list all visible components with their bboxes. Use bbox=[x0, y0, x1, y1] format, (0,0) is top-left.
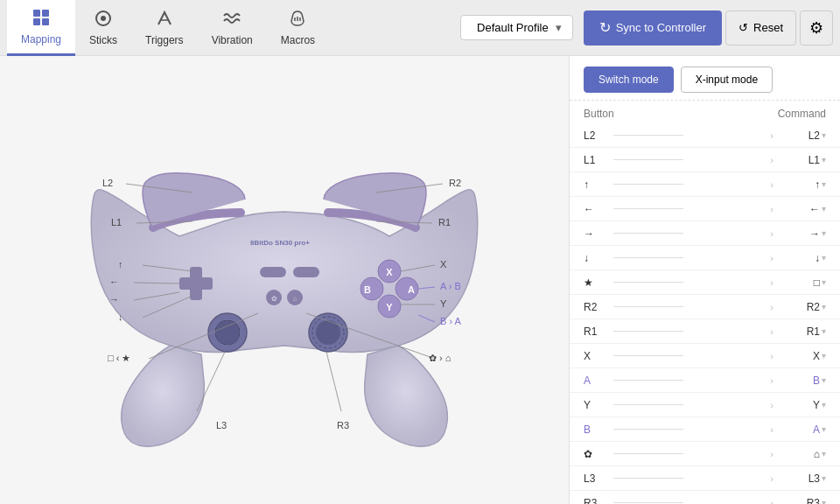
mapping-arrow bbox=[613, 380, 766, 381]
mapping-command[interactable]: L3 ▾ bbox=[774, 472, 826, 485]
svg-text:B › A: B › A bbox=[440, 316, 462, 326]
profile-dropdown[interactable]: Default Profile ▾ bbox=[460, 15, 573, 40]
svg-text:L1: L1 bbox=[111, 217, 122, 228]
tab-mapping[interactable]: Mapping bbox=[7, 0, 75, 56]
command-dropdown-arrow[interactable]: ▾ bbox=[822, 277, 826, 287]
mapping-button-label: L2 bbox=[584, 130, 610, 142]
mapping-row[interactable]: L3›L3 ▾ bbox=[570, 466, 840, 491]
mapping-row[interactable]: A›B ▾ bbox=[570, 368, 840, 393]
command-dropdown-arrow[interactable]: ▾ bbox=[822, 253, 826, 262]
mapping-row[interactable]: Y›Y ▾ bbox=[570, 393, 840, 417]
mapping-row[interactable]: R1›R1 ▾ bbox=[570, 319, 840, 344]
svg-rect-1 bbox=[42, 10, 49, 17]
mapping-row[interactable]: →›→ ▾ bbox=[570, 221, 840, 246]
mapping-command[interactable]: ← ▾ bbox=[774, 203, 826, 215]
tab-macros-label: Macros bbox=[281, 34, 315, 46]
command-dropdown-arrow[interactable]: ▾ bbox=[822, 302, 826, 312]
command-dropdown-arrow[interactable]: ▾ bbox=[822, 326, 826, 336]
command-text: L3 bbox=[808, 472, 820, 485]
svg-line-50 bbox=[326, 352, 341, 411]
settings-button[interactable]: ⚙ bbox=[800, 10, 833, 46]
mapping-button-label: ↑ bbox=[584, 178, 610, 191]
svg-text:✿: ✿ bbox=[271, 295, 277, 303]
mapping-button-label: Y bbox=[584, 399, 610, 411]
tab-macros[interactable]: Macros bbox=[267, 0, 329, 56]
mapping-button-label: → bbox=[584, 228, 610, 240]
command-dropdown-arrow[interactable]: ▾ bbox=[822, 473, 826, 483]
command-dropdown-arrow[interactable]: ▾ bbox=[822, 228, 826, 238]
mapping-command[interactable]: R3 ▾ bbox=[774, 497, 826, 505]
mapping-row[interactable]: ↑›↑ ▾ bbox=[570, 172, 840, 197]
mapping-arrow bbox=[613, 478, 766, 479]
profile-dropdown-arrow: ▾ bbox=[556, 21, 562, 34]
mapping-command[interactable]: □ ▾ bbox=[774, 276, 826, 289]
mapping-command[interactable]: R1 ▾ bbox=[774, 326, 826, 338]
svg-text:↓: ↓ bbox=[118, 312, 123, 322]
reset-button[interactable]: ↺ Reset bbox=[725, 10, 796, 46]
mapping-command[interactable]: → ▾ bbox=[774, 228, 826, 240]
command-text: R1 bbox=[807, 326, 820, 338]
mapping-row[interactable]: L2›L2 ▾ bbox=[570, 123, 840, 148]
mapping-command[interactable]: ↓ ▾ bbox=[774, 252, 826, 264]
mapping-command[interactable]: R2 ▾ bbox=[774, 301, 826, 313]
svg-text:X: X bbox=[386, 267, 393, 277]
mapping-command[interactable]: Y ▾ bbox=[774, 399, 826, 411]
svg-point-5 bbox=[101, 16, 106, 21]
command-dropdown-arrow[interactable]: ▾ bbox=[822, 204, 826, 214]
command-dropdown-arrow[interactable]: ▾ bbox=[822, 375, 826, 385]
tab-sticks[interactable]: Sticks bbox=[75, 0, 131, 56]
mapping-row[interactable]: X›X ▾ bbox=[570, 344, 840, 368]
mapping-row[interactable]: ✿›⌂ ▾ bbox=[570, 442, 840, 466]
command-text: L2 bbox=[808, 130, 820, 142]
toolbar: Mapping Sticks Triggers Vibration bbox=[0, 0, 840, 56]
mapping-command[interactable]: B ▾ bbox=[774, 374, 826, 387]
mapping-command[interactable]: L2 ▾ bbox=[774, 130, 826, 142]
main-content: X A B Y 8BitDo SN30 pro+ ✿ ⌂ bbox=[0, 56, 840, 504]
mode-buttons-container: Switch mode X-input mode bbox=[570, 56, 840, 101]
command-text: ↓ bbox=[815, 252, 820, 264]
mapping-row[interactable]: ★›□ ▾ bbox=[570, 270, 840, 295]
tab-vibration[interactable]: Vibration bbox=[198, 0, 267, 56]
mapping-command[interactable]: A ▾ bbox=[774, 424, 826, 436]
svg-text:8BitDo SN30 pro+: 8BitDo SN30 pro+ bbox=[250, 239, 310, 247]
mapping-command[interactable]: L1 ▾ bbox=[774, 154, 826, 166]
mapping-command[interactable]: X ▾ bbox=[774, 350, 826, 362]
command-text: X bbox=[813, 350, 820, 362]
command-dropdown-arrow[interactable]: ▾ bbox=[822, 498, 826, 504]
mapping-row[interactable]: R3›R3 ▾ bbox=[570, 491, 840, 504]
tab-vibration-label: Vibration bbox=[212, 34, 253, 46]
command-text: → bbox=[809, 228, 820, 240]
reset-icon: ↺ bbox=[738, 21, 748, 34]
mapping-row[interactable]: B›A ▾ bbox=[570, 417, 840, 442]
command-text: ⌂ bbox=[814, 448, 820, 460]
command-dropdown-arrow[interactable]: ▾ bbox=[822, 424, 826, 434]
mapping-button-label: ← bbox=[584, 203, 610, 215]
tab-triggers[interactable]: Triggers bbox=[131, 0, 198, 56]
command-dropdown-arrow[interactable]: ▾ bbox=[822, 179, 826, 189]
command-dropdown-arrow[interactable]: ▾ bbox=[822, 351, 826, 360]
command-text: ← bbox=[809, 203, 820, 215]
svg-text:←: ← bbox=[109, 276, 119, 287]
xinput-mode-button[interactable]: X-input mode bbox=[681, 66, 773, 93]
mapping-row[interactable]: ↓›↓ ▾ bbox=[570, 246, 840, 270]
mapping-arrow bbox=[613, 331, 766, 332]
command-text: B bbox=[813, 374, 820, 387]
switch-mode-button[interactable]: Switch mode bbox=[584, 66, 674, 93]
svg-text:A › B: A › B bbox=[440, 281, 461, 291]
mapping-button-label: R1 bbox=[584, 326, 610, 338]
mapping-command[interactable]: ⌂ ▾ bbox=[774, 448, 826, 460]
command-dropdown-arrow[interactable]: ▾ bbox=[822, 155, 826, 164]
svg-rect-11 bbox=[179, 277, 213, 290]
mapping-row[interactable]: R2›R2 ▾ bbox=[570, 295, 840, 319]
mapping-command[interactable]: ↑ ▾ bbox=[774, 178, 826, 191]
sync-button[interactable]: ↻ Sync to Controller bbox=[584, 10, 722, 46]
mapping-table-header: Button Command bbox=[570, 101, 840, 123]
command-dropdown-arrow[interactable]: ▾ bbox=[822, 449, 826, 458]
command-dropdown-arrow[interactable]: ▾ bbox=[822, 130, 826, 140]
svg-text:✿ › ⌂: ✿ › ⌂ bbox=[429, 353, 451, 363]
command-dropdown-arrow[interactable]: ▾ bbox=[822, 400, 826, 410]
mapping-row[interactable]: ←›← ▾ bbox=[570, 197, 840, 221]
mapping-row[interactable]: L1›L1 ▾ bbox=[570, 148, 840, 172]
triggers-icon bbox=[155, 9, 174, 32]
mapping-arrow bbox=[613, 257, 766, 258]
